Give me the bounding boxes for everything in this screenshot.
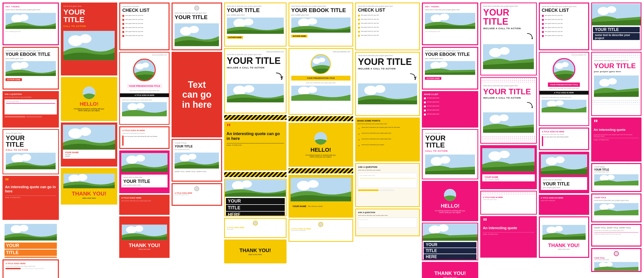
name-badge: YOUR NAME bbox=[65, 151, 113, 154]
black-title-line2: TITLE bbox=[226, 205, 285, 211]
svg-point-96 bbox=[555, 100, 564, 105]
card-checklist-yellow: some text to describe your project goes … bbox=[355, 3, 420, 50]
svg-point-5 bbox=[19, 62, 28, 68]
svg-point-42 bbox=[243, 18, 253, 25]
navy-block-1: YOUR TITLE bbox=[593, 27, 640, 32]
stripe-divider-2 bbox=[224, 172, 287, 177]
card-thanks-col3: THANK YOU! Add a line here bbox=[119, 216, 170, 258]
svg-point-105 bbox=[607, 6, 616, 13]
pres-pink-title: YOUR PRESENTATION TITLE bbox=[548, 83, 580, 87]
title-cta-title: YOURTITLE bbox=[6, 135, 56, 148]
thanks-col10-sub: Add a line here bbox=[558, 248, 570, 250]
pink-cta-2: INCLUDE A CALL TO ACTION bbox=[483, 27, 534, 30]
svg-point-18 bbox=[79, 127, 91, 136]
title-here-line3: HERE bbox=[5, 257, 57, 258]
card-atitle-col3-1: A TITLE GOES IN HERE some text to descri… bbox=[119, 126, 170, 149]
card-checklist-1: some text to describe CHECK LIST item go… bbox=[119, 3, 170, 50]
thanks-sub-1: Add a line here bbox=[82, 197, 96, 199]
card-tag-pink: YOUR TITLE your project goes here bbox=[591, 248, 641, 272]
author-yellow: AUTHOR NAME bbox=[227, 36, 243, 39]
quote-yellow-attr: NAME, ATTRIBUTION bbox=[227, 143, 284, 146]
pink-big-title: YOURTITLE bbox=[425, 135, 475, 149]
a-title-in-here-1: A TITLE GOES IN HERE bbox=[122, 94, 167, 96]
pink-name: YOUR NAME bbox=[484, 176, 533, 178]
your-name-yellow: YOUR NAME bbox=[293, 205, 306, 208]
svg-point-93 bbox=[561, 62, 568, 67]
card-title-dots-pink: some text to describe your project goes … bbox=[480, 77, 537, 144]
svg-point-75 bbox=[440, 156, 450, 164]
svg-point-55 bbox=[319, 58, 325, 62]
card-thanks-yellow: THANK YOU! Add a line here bbox=[224, 240, 287, 263]
circle-yellow bbox=[311, 54, 331, 74]
ebook-pretitle: some text to describe your project goes … bbox=[6, 50, 56, 52]
yellow-big-title-2: YOUR TITLE bbox=[358, 57, 417, 66]
svg-point-58 bbox=[307, 86, 317, 93]
arrow-icon-3 bbox=[525, 32, 534, 41]
hey-there-2-label: HEY THERE! bbox=[425, 6, 475, 8]
svg-point-66 bbox=[375, 85, 385, 93]
pink-block-2: TITLE bbox=[424, 248, 476, 254]
card-thanks-pink: THANK YOU! Add a line here bbox=[422, 262, 478, 278]
author-badge: AUTHOR NAME bbox=[6, 78, 22, 81]
card-quote-yellow: " An interesting quote can go in here NA… bbox=[224, 122, 287, 171]
card-name-1: YOUR NAME Domain details bbox=[61, 123, 117, 167]
card-ask-yellow-2: ASK A QUESTION some text to describe you… bbox=[355, 209, 420, 236]
arrow-icon bbox=[274, 71, 284, 81]
card-name-pink: YOUR NAME Title | Domain | details bbox=[480, 145, 537, 189]
black-title-line1: YOUR bbox=[226, 198, 285, 204]
hello-pink-avatar bbox=[444, 189, 456, 201]
ask-yellow-2-title: ASK A QUESTION bbox=[358, 211, 417, 214]
svg-point-49 bbox=[242, 180, 252, 188]
ebook-yellow-2-title: YOUR EBOOK TITLE bbox=[291, 8, 350, 13]
svg-point-14 bbox=[79, 34, 92, 43]
svg-point-11 bbox=[19, 225, 28, 231]
svg-point-83 bbox=[499, 47, 510, 55]
main-canvas: HEY THERE! some text to describe your pr… bbox=[0, 0, 644, 278]
pink-dots2-title: YOUR TITLE bbox=[594, 62, 639, 69]
ask-yellow-title: ASK A QUESTION bbox=[358, 166, 417, 168]
svg-point-101 bbox=[546, 226, 556, 233]
ask-label: ASK A QUESTION bbox=[5, 93, 57, 95]
pink-big-cta: CALL TO ACTION bbox=[425, 150, 475, 152]
column-9: some text to describe your project goes … bbox=[480, 3, 537, 275]
svg-point-69 bbox=[440, 14, 449, 20]
black-title-line3: HERE bbox=[226, 212, 285, 216]
hey-there-body: your subtitle goes here bbox=[6, 31, 56, 32]
title-here-line2: TITLE bbox=[5, 250, 57, 256]
card-title-small-pink: YOUR NAME YOUR TITLE your project goes h… bbox=[591, 163, 641, 192]
column-11: YOUR TITLE some text to describe your pr… bbox=[591, 3, 641, 275]
yellow-cta-2: INCLUDE A CALL TO ACTION bbox=[358, 67, 417, 70]
ebook-subtitle: your subtitle goes here bbox=[6, 58, 56, 59]
card-title-cta-1: some text goes here YOURTITLE CALL TO AC… bbox=[3, 129, 59, 174]
column-8: HEY THERE! some text to describe your pr… bbox=[422, 3, 478, 275]
title-here-line1: YOUR bbox=[5, 243, 57, 249]
card-title-yellow-2: some text to describe your project goes … bbox=[355, 52, 420, 116]
hello-tagline: I'm looking forward to working with you.… bbox=[74, 108, 104, 111]
card-title-pink-big: some text goes here YOURTITLE CALL TO AC… bbox=[422, 129, 478, 179]
card-make-list-pink: MAKE A LIST list item goes here list ite… bbox=[422, 91, 478, 128]
card-hello-pink: HELLO! I'm looking forward to working wi… bbox=[422, 181, 478, 221]
points-body: some text to describe your project goes … bbox=[357, 123, 418, 125]
card-ask-yellow: ASK A QUESTION some text to describe you… bbox=[355, 163, 420, 207]
card-ebook-1: some text to describe your project goes … bbox=[3, 47, 59, 90]
svg-point-26 bbox=[128, 103, 138, 110]
hello-yellow-avatar bbox=[314, 132, 327, 145]
include-cta-yellow: INCLUDE A CALL TO ACTION bbox=[227, 66, 284, 69]
circle-landscape-1 bbox=[133, 59, 156, 81]
navy-block-sub: some text to describe your project bbox=[593, 33, 640, 40]
svg-point-110 bbox=[600, 175, 609, 181]
card-thanks-1: THANK YOU! Add a line here bbox=[61, 168, 117, 205]
stripe-divider-1 bbox=[224, 115, 287, 120]
checklist-pink-title: CHECK LIST bbox=[542, 8, 586, 13]
author-yellow-2: AUTHOR NAME bbox=[291, 35, 308, 37]
svg-point-33 bbox=[135, 225, 143, 232]
card-ebook-yellow-1: some text to describe your project goes … bbox=[224, 3, 287, 47]
svg-point-114 bbox=[607, 204, 615, 209]
card-title-black-yellow: YOUR TITLE HERE bbox=[224, 179, 287, 216]
column-2: some text goes here YOURTITLE CALL TO AC… bbox=[61, 3, 117, 275]
card-name-yellow: YOUR NAME Title | Domain | details bbox=[289, 175, 353, 218]
svg-point-113 bbox=[599, 204, 609, 210]
text-wavy-content: Textcan goin here bbox=[174, 80, 219, 110]
title-cta-cta: CALL TO ACTION bbox=[6, 149, 56, 151]
svg-point-36 bbox=[189, 26, 199, 33]
